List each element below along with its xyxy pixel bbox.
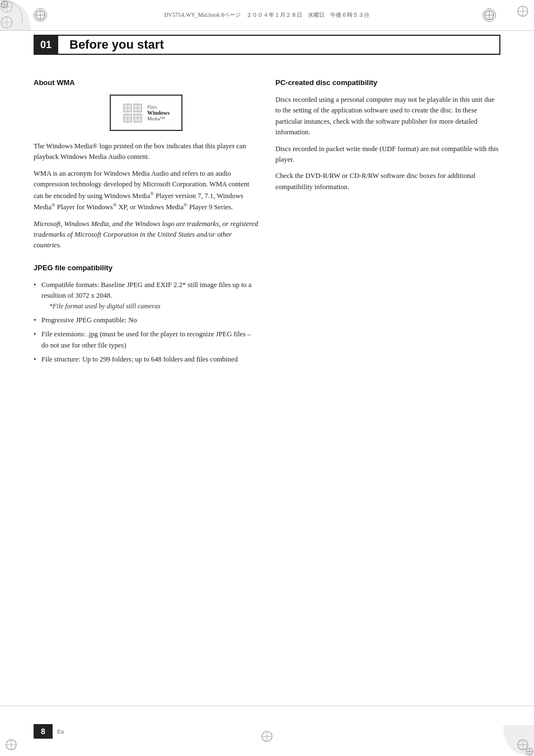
main-content: About WMA Plays Windows <box>34 67 500 700</box>
print-marks-top: DV575A WY_Mid.book 8ページ ２００４年１月２８日 水曜日 午… <box>0 0 534 31</box>
bottom-center-reg <box>261 730 273 745</box>
wma-logo-text: Plays Windows Media™ <box>147 105 170 121</box>
jpeg-bullet-list: Compatible formats: Baseline JPEG and EX… <box>34 280 259 365</box>
wma-para2: WMA is an acronym for Windows Media Audi… <box>34 168 259 213</box>
left-column: About WMA Plays Windows <box>34 67 259 700</box>
wma-logo-box: Plays Windows Media™ <box>110 95 182 131</box>
wma-heading: About WMA <box>34 78 259 87</box>
chapter-header: 01 Before you start <box>34 31 500 59</box>
jpeg-heading: JPEG file compatibility <box>34 264 259 272</box>
pc-disc-para1: Discs recorded using a personal computer… <box>275 95 500 138</box>
wma-para3: Microsoft, Windows Media, and the Window… <box>34 219 259 251</box>
chapter-title-box: Before you start <box>58 35 500 55</box>
reg-mark-left <box>34 8 47 22</box>
pc-disc-para3: Check the DVD-R/RW or CD-R/RW software d… <box>275 171 500 192</box>
windows-media-icon <box>123 103 143 123</box>
pc-disc-para2: Discs recorded in packet write mode (UDF… <box>275 144 500 166</box>
chapter-number: 01 <box>34 35 58 55</box>
reg-mark-right <box>483 8 496 22</box>
wma-para1: The Windows Media® logo printed on the b… <box>34 141 259 163</box>
jpeg-bullet1: Compatible formats: Baseline JPEG and EX… <box>34 280 259 312</box>
jpeg-bullet3: File extensions: .jpg (must be used for … <box>34 329 259 351</box>
file-info: DV575A WY_Mid.book 8ページ ２００４年１月２８日 水曜日 午… <box>51 11 483 19</box>
pc-disc-heading: PC-created disc compatibility <box>275 78 500 87</box>
page-number: 8 <box>34 724 53 739</box>
wma-media: Media™ <box>147 116 170 121</box>
wma-plays: Plays <box>147 105 170 110</box>
jpeg-bullet1-note: *File format used by digital still camer… <box>41 301 259 312</box>
page-lang: En <box>57 728 64 735</box>
jpeg-section: JPEG file compatibility Compatible forma… <box>34 264 259 365</box>
wma-windows: Windows <box>147 110 170 116</box>
bottom-bar: 8 En <box>0 706 534 756</box>
right-column: PC-created disc compatibility Discs reco… <box>275 67 500 700</box>
chapter-title: Before you start <box>69 37 164 52</box>
jpeg-bullet2: Progressive JPEG compatible: No <box>34 315 259 326</box>
jpeg-bullet4: File structure: Up to 299 folders; up to… <box>34 354 259 365</box>
